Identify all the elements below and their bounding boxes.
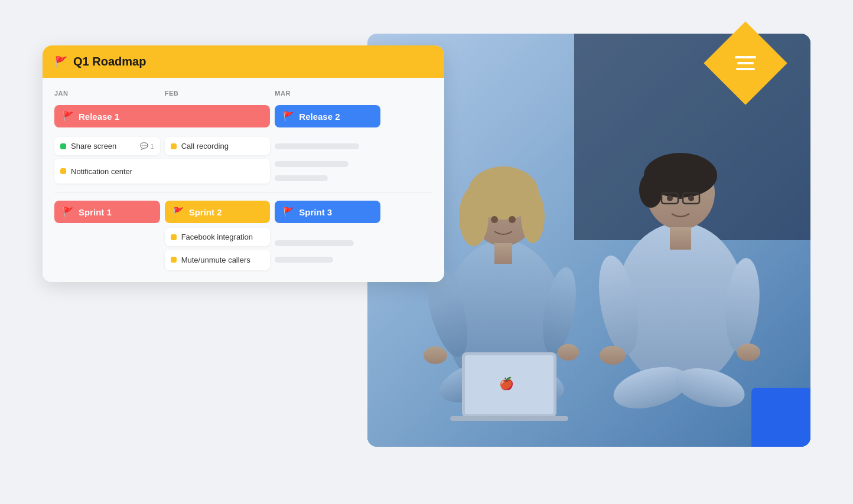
placeholder-bar-2: [275, 161, 349, 167]
diamond-line-1: [735, 56, 756, 58]
comment-icon: 💬: [140, 142, 148, 150]
release-2-bar[interactable]: 🚩 Release 2: [275, 105, 380, 127]
release-1-bar[interactable]: 🚩 Release 1: [54, 105, 270, 127]
task-mute-label: Mute/unmute callers: [181, 256, 250, 266]
blue-corner-accent: [751, 388, 810, 447]
sprint-3-bar[interactable]: 🚩 Sprint 3: [275, 201, 380, 223]
task-dot-yellow: [171, 143, 177, 149]
empty-col4-r2: [385, 159, 432, 184]
flag-icon: 🚩: [54, 55, 67, 68]
sprint-placeholder-1: [275, 240, 354, 246]
divider: [54, 192, 432, 192]
placeholder-bar-3: [275, 175, 327, 181]
sprint-col3-placeholders: [275, 228, 380, 270]
sprint-placeholder-2: [275, 257, 333, 263]
task-count: 1: [151, 143, 154, 150]
sprint-1-label: Sprint 1: [79, 207, 112, 217]
months-row: JAN FEB MAR: [54, 87, 432, 99]
task-dot-yellow-2: [60, 168, 66, 174]
sprint-2-flag: 🚩: [173, 207, 184, 217]
task-mute[interactable]: Mute/unmute callers: [165, 250, 271, 270]
month-extra: [385, 87, 432, 99]
sprint-col4-empty: [385, 228, 432, 270]
task-call-recording[interactable]: Call recording: [165, 137, 271, 155]
diamond-line-3: [736, 68, 755, 70]
diamond-lines: [735, 56, 756, 70]
empty-col4-r1: [385, 137, 432, 155]
task-dot-green: [60, 143, 66, 149]
month-jan: JAN: [54, 87, 165, 99]
release-2-label: Release 2: [299, 112, 340, 122]
release-1-label: Release 1: [79, 112, 119, 122]
month-mar: MAR: [275, 87, 385, 99]
placeholder-col3: [275, 137, 380, 155]
sprint-3-label: Sprint 3: [299, 207, 332, 217]
sprint-1-flag: 🚩: [63, 207, 74, 217]
sprint-3-flag: 🚩: [283, 207, 294, 217]
task-share-screen[interactable]: Share screen 💬 1: [54, 137, 160, 155]
task-dot-fb: [171, 234, 177, 240]
task-notification-label: Notification center: [71, 167, 132, 176]
sprint-col1-empty: [54, 228, 160, 270]
task-facebook[interactable]: Facebook integration: [165, 228, 271, 246]
diamond-line-2: [737, 62, 754, 64]
sprint-2-label: Sprint 2: [189, 207, 222, 217]
release-empty-col: [385, 105, 432, 132]
sprint-2-bar[interactable]: 🚩 Sprint 2: [165, 201, 271, 223]
roadmap-title: Q1 Roadmap: [73, 55, 146, 68]
roadmap-header: 🚩 Q1 Roadmap: [43, 45, 444, 78]
roadmap-card: 🚩 Q1 Roadmap JAN FEB MAR 🚩 Release 1 🚩: [43, 45, 444, 282]
task-meta: 💬 1: [140, 142, 154, 150]
sprint-1-bar[interactable]: 🚩 Sprint 1: [54, 201, 160, 223]
task-facebook-label: Facebook integration: [181, 233, 253, 241]
task-call-recording-label: Call recording: [181, 142, 229, 150]
placeholder-bar-1: [275, 143, 359, 149]
release-1-flag: 🚩: [63, 111, 74, 122]
empty-sprint-col4: [385, 201, 432, 223]
month-feb: FEB: [165, 87, 275, 99]
release-2-flag: 🚩: [283, 111, 294, 122]
placeholder-col3-r2: [275, 159, 380, 184]
task-notification-center[interactable]: Notification center: [54, 159, 270, 184]
roadmap-body: JAN FEB MAR 🚩 Release 1 🚩 Release 2: [43, 78, 444, 282]
scene: 🍎: [43, 22, 810, 482]
sprint-2-tasks: Facebook integration Mute/unmute callers: [165, 228, 271, 270]
task-dot-mute: [171, 257, 177, 263]
task-share-screen-label: Share screen: [71, 142, 116, 150]
